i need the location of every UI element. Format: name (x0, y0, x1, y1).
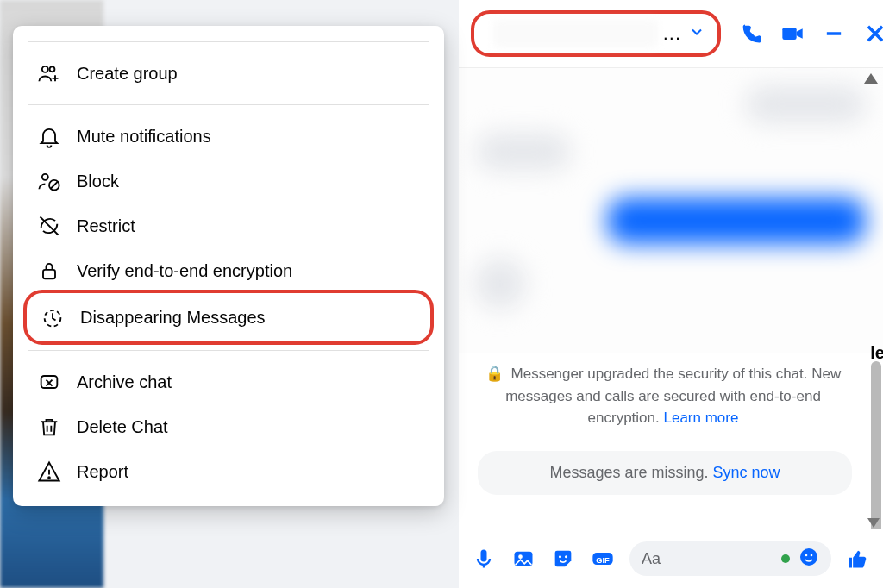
scrollbar-thumb[interactable] (871, 361, 881, 529)
emoji-picker-button[interactable] (798, 547, 819, 572)
chat-header-name-button[interactable]: ... (471, 10, 721, 57)
menu-divider (28, 350, 429, 351)
timer-icon (41, 305, 65, 329)
svg-point-11 (518, 554, 523, 559)
sticker-button[interactable] (550, 546, 576, 572)
menu-restrict[interactable]: Restrict (13, 203, 444, 248)
lock-small-icon: 🔒 (485, 366, 504, 382)
sync-now-link[interactable]: Sync now (713, 464, 780, 481)
warning-triangle-icon (37, 460, 61, 484)
trash-icon (37, 415, 61, 439)
blurred-message (745, 85, 866, 123)
svg-rect-9 (481, 550, 487, 562)
svg-point-18 (811, 554, 813, 556)
svg-point-13 (565, 555, 567, 558)
menu-label: Archive chat (77, 372, 172, 392)
menu-label: Block (77, 172, 119, 191)
restrict-icon (37, 214, 61, 238)
menu-divider (28, 104, 429, 105)
blurred-message (607, 197, 866, 244)
svg-point-2 (42, 174, 48, 180)
svg-point-16 (800, 548, 817, 566)
attach-image-button[interactable] (510, 546, 536, 572)
menu-label: Restrict (77, 216, 135, 236)
highlight-disappearing-messages: Disappearing Messages (23, 290, 434, 345)
menu-label: Disappearing Messages (80, 308, 266, 328)
voice-call-button[interactable] (738, 21, 764, 47)
menu-block[interactable]: Block (13, 159, 444, 203)
block-user-icon (37, 169, 61, 193)
voice-clip-button[interactable] (471, 546, 497, 572)
partial-right-edge-text: le (870, 343, 883, 363)
chat-header: ... (459, 0, 883, 67)
people-plus-icon (37, 61, 61, 85)
menu-disappearing-messages[interactable]: Disappearing Messages (27, 295, 430, 340)
message-composer: GIF Aa (459, 529, 883, 588)
active-status-dot (781, 554, 790, 563)
scroll-up-arrow[interactable] (864, 73, 878, 84)
svg-text:GIF: GIF (596, 556, 610, 565)
svg-point-0 (42, 66, 48, 72)
thumbs-up-button[interactable] (845, 546, 871, 572)
svg-point-1 (50, 66, 55, 72)
gif-button[interactable]: GIF (590, 546, 616, 572)
learn-more-link[interactable]: Learn more (663, 410, 738, 426)
menu-divider (28, 41, 429, 42)
scroll-down-arrow[interactable] (867, 518, 880, 528)
minimize-button[interactable] (821, 21, 847, 47)
chat-window: ... (459, 0, 883, 588)
menu-verify-encryption[interactable]: Verify end-to-end encryption (13, 248, 444, 293)
security-notice: 🔒 Messenger upgraded the security of thi… (459, 360, 867, 433)
svg-rect-4 (43, 270, 55, 279)
header-action-icons (738, 21, 883, 47)
bell-icon (37, 124, 61, 148)
menu-delete-chat[interactable]: Delete Chat (13, 404, 444, 449)
svg-point-12 (559, 555, 561, 558)
menu-label: Delete Chat (77, 417, 168, 437)
svg-point-17 (805, 554, 808, 556)
close-button[interactable] (862, 21, 883, 47)
chat-context-menu: Create group Mute notifications Block Re… (13, 26, 444, 506)
missing-text: Messages are missing. (549, 464, 712, 481)
contact-name-blurred (493, 20, 658, 47)
more-dots-icon: ... (663, 22, 683, 45)
svg-point-7 (48, 477, 50, 479)
menu-label: Report (77, 462, 128, 482)
menu-archive-chat[interactable]: Archive chat (13, 360, 444, 404)
menu-label: Mute notifications (77, 127, 211, 147)
blurred-message (476, 133, 571, 171)
menu-mute-notifications[interactable]: Mute notifications (13, 114, 444, 159)
chevron-down-icon (688, 23, 705, 44)
menu-report[interactable]: Report (13, 449, 444, 494)
messages-missing-banner: Messages are missing. Sync now (478, 451, 852, 495)
menu-label: Verify end-to-end encryption (77, 261, 292, 281)
menu-create-group[interactable]: Create group (13, 51, 444, 96)
menu-label: Create group (77, 64, 178, 84)
blurred-avatar (474, 258, 526, 310)
chat-body: 🔒 Messenger upgraded the security of thi… (459, 67, 883, 529)
video-call-button[interactable] (780, 21, 805, 47)
input-placeholder: Aa (642, 550, 661, 568)
lock-icon (37, 259, 61, 283)
svg-rect-8 (782, 28, 796, 40)
archive-x-icon (37, 370, 61, 394)
messages-blurred-area (459, 68, 883, 353)
message-input[interactable]: Aa (629, 541, 831, 576)
